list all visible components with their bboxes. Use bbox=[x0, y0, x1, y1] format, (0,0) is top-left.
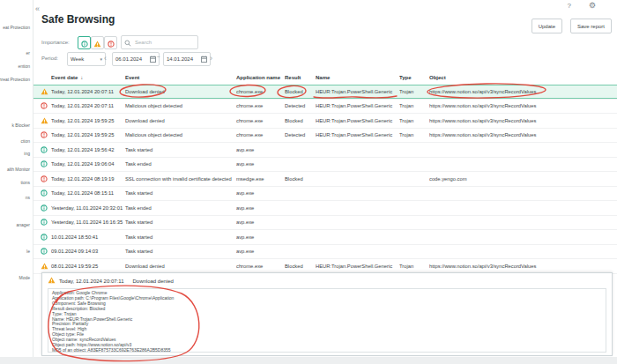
date-from-value: 06.01.2024 bbox=[115, 56, 142, 62]
date-to-chip[interactable]: 14.01.2024 bbox=[163, 52, 211, 66]
event-cell: Task started bbox=[125, 249, 236, 254]
event-date-cell: 09.01.2024 09:14:03 bbox=[51, 249, 125, 254]
event-row[interactable]: Today, 12.01.2024 08:19:19SSL connection… bbox=[33, 172, 617, 187]
calendar-icon bbox=[201, 56, 207, 63]
column-result[interactable]: Result bbox=[285, 75, 316, 80]
sidebar-item[interactable]: ention bbox=[18, 63, 30, 69]
application-name-cell: chrome.exe bbox=[236, 264, 285, 269]
event-cell: Task started bbox=[125, 219, 236, 225]
collapse-sidebar-icon[interactable]: « bbox=[35, 4, 40, 13]
sidebar-item[interactable]: tions bbox=[20, 180, 30, 185]
event-row[interactable]: Today, 12.01.2024 19:59:25Malicious obje… bbox=[33, 129, 617, 144]
sidebar-item[interactable]: Threat Protection bbox=[0, 77, 30, 82]
result-cell: Blocked bbox=[285, 118, 316, 123]
help-icon[interactable]: ? bbox=[568, 2, 571, 10]
event-date-cell: Yesterday, 11.01.2024 20:32:01 bbox=[51, 205, 125, 211]
column-object[interactable]: Object bbox=[429, 75, 617, 80]
sidebar-item[interactable]: ns bbox=[26, 195, 30, 200]
period-select[interactable]: Week ▾ bbox=[67, 52, 106, 66]
event-detail-panel: Today, 12.01.2024 20:07:11 Download deni… bbox=[41, 272, 613, 356]
next-period-button[interactable]: › bbox=[210, 52, 212, 64]
prev-period-button[interactable]: ‹ bbox=[104, 52, 107, 64]
sidebar-item[interactable]: er bbox=[26, 50, 30, 56]
sidebar-item[interactable]: le bbox=[26, 249, 30, 254]
application-name-cell: avp.exe bbox=[236, 161, 285, 167]
event-row[interactable]: Today, 12.01.2024 19:56:42Task startedav… bbox=[33, 143, 617, 158]
warning-icon bbox=[41, 117, 51, 124]
column-event[interactable]: Event bbox=[125, 75, 236, 80]
event-date-cell: Today, 12.01.2024 20:07:11 bbox=[51, 89, 125, 94]
application-name-cell: avp.exe bbox=[236, 249, 285, 254]
event-cell: Download denied bbox=[125, 118, 236, 123]
importance-critical-toggle[interactable] bbox=[104, 36, 117, 49]
type-cell: Trojan bbox=[399, 118, 429, 123]
update-button[interactable]: Update bbox=[532, 19, 562, 33]
column-application-name[interactable]: Application name bbox=[236, 75, 285, 80]
event-row[interactable]: Today, 12.01.2024 08:15:11Task startedav… bbox=[33, 187, 617, 202]
type-cell: Trojan bbox=[399, 89, 429, 94]
application-name-cell: chrome.exe bbox=[236, 132, 285, 137]
event-row[interactable]: 10.01.2024 18:50:41Task startedavp.exe bbox=[33, 230, 617, 245]
type-cell: Trojan bbox=[399, 264, 429, 269]
event-cell: Download denied bbox=[125, 89, 236, 94]
event-date-cell: Today, 12.01.2024 19:59:25 bbox=[51, 118, 125, 123]
chevron-down-icon: ▾ bbox=[100, 56, 102, 62]
save-report-button[interactable]: Save report bbox=[570, 19, 612, 33]
importance-warning-toggle[interactable] bbox=[91, 36, 104, 49]
object-cell: https://www.notion.so/api/v3/syncRecordV… bbox=[429, 118, 617, 123]
event-row[interactable]: Today, 12.01.2024 20:07:11Malicious obje… bbox=[33, 100, 617, 115]
sidebar-item[interactable]: eat Protection bbox=[3, 25, 30, 30]
critical-icon bbox=[41, 131, 51, 138]
sidebar-item[interactable]: Mode bbox=[19, 275, 30, 280]
search-input[interactable] bbox=[133, 39, 191, 46]
event-date-cell: Today, 12.01.2024 19:56:42 bbox=[51, 147, 125, 152]
sidebar-item[interactable]: anager bbox=[16, 222, 30, 227]
object-cell: https://www.notion.so/api/v3/syncRecordV… bbox=[429, 103, 617, 108]
gear-icon[interactable]: ⚙ bbox=[589, 1, 596, 10]
warning-icon bbox=[41, 263, 51, 270]
event-date-cell: Today, 12.01.2024 08:15:11 bbox=[51, 190, 125, 196]
column-name[interactable]: Name bbox=[316, 75, 399, 80]
result-cell: Detected bbox=[285, 103, 316, 108]
sidebar-item[interactable]: alth Monitor bbox=[7, 167, 30, 172]
event-cell: Task started bbox=[125, 234, 236, 240]
critical-icon bbox=[41, 175, 51, 182]
warning-icon bbox=[93, 35, 101, 51]
detail-date: Today, 12.01.2024 20:07:11 bbox=[59, 279, 124, 284]
date-from-chip[interactable]: 06.01.2024 bbox=[112, 52, 160, 66]
name-cell: HEUR:Trojan.PowerShell.Generic bbox=[316, 103, 399, 108]
event-row[interactable]: 09.01.2024 09:14:03Task startedavp.exe bbox=[33, 245, 617, 260]
application-name-cell: avp.exe bbox=[236, 205, 285, 211]
sidebar: eat ProtectionerentionThreat Protectionk… bbox=[0, 0, 33, 357]
column-type[interactable]: Type bbox=[399, 75, 429, 80]
name-cell: HEUR:Trojan.PowerShell.Generic bbox=[316, 264, 399, 269]
column-event-date[interactable]: Event date↓ bbox=[51, 75, 125, 80]
result-cell: Blocked bbox=[285, 89, 316, 94]
event-cell: Task ended bbox=[125, 205, 236, 211]
info-icon bbox=[81, 35, 88, 51]
event-cell: Task started bbox=[125, 190, 236, 196]
event-row[interactable]: Today, 12.01.2024 19:59:25Download denie… bbox=[33, 114, 617, 129]
detail-line: MD5 of an object: A83EF875733C692E763E28… bbox=[52, 348, 602, 353]
event-date-cell: Today, 12.01.2024 19:06:04 bbox=[51, 161, 125, 167]
event-date-cell: Today, 12.01.2024 08:19:19 bbox=[51, 176, 125, 182]
date-range-separator: – bbox=[157, 54, 160, 59]
sidebar-item[interactable]: k Blocker bbox=[11, 123, 30, 128]
period-label: Period: bbox=[41, 56, 58, 61]
object-cell: https://www.notion.so/api/v3/syncRecordV… bbox=[429, 89, 617, 94]
period-value: Week bbox=[71, 56, 84, 62]
importance-info-toggle[interactable] bbox=[78, 36, 91, 49]
result-cell: Blocked bbox=[285, 264, 316, 269]
event-row[interactable]: Today, 12.01.2024 20:07:11Download denie… bbox=[33, 85, 617, 100]
sidebar-item[interactable]: ction bbox=[20, 138, 30, 144]
event-cell: Malicious object detected bbox=[125, 132, 236, 137]
event-row[interactable]: Yesterday, 11.01.2024 20:32:01Task ended… bbox=[33, 201, 617, 216]
type-cell: Trojan bbox=[399, 103, 429, 108]
events-table: Today, 12.01.2024 20:07:11Download denie… bbox=[33, 85, 617, 274]
application-name-cell: avp.exe bbox=[236, 219, 285, 225]
event-row[interactable]: Today, 12.01.2024 19:06:04Task endedavp.… bbox=[33, 158, 617, 173]
detail-text: Application: Google ChromeApplication pa… bbox=[48, 288, 606, 353]
info-icon bbox=[41, 248, 51, 255]
sidebar-item[interactable]: ing bbox=[24, 151, 30, 156]
event-row[interactable]: Yesterday, 11.01.2024 16:16:35Task start… bbox=[33, 216, 617, 231]
